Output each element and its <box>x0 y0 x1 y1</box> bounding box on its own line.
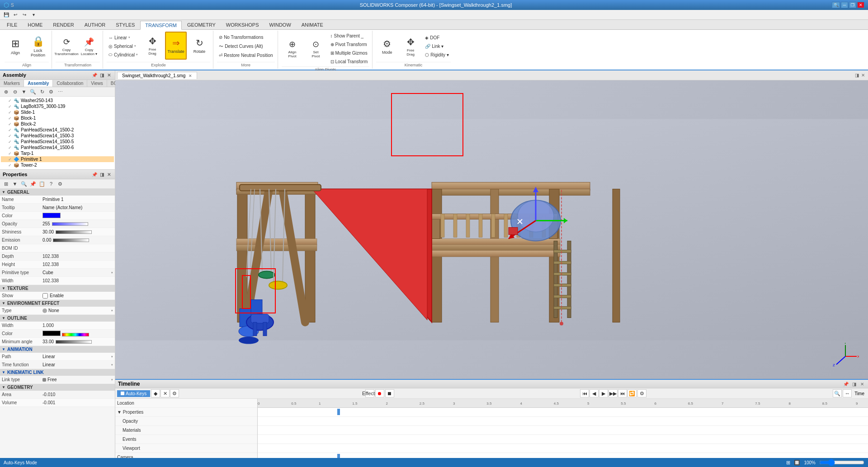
geometry-section-header[interactable]: ▼ GEOMETRY <box>0 384 115 391</box>
restore-neutral-btn[interactable]: ⏎ Restore Neutral Position <box>217 51 274 60</box>
tab-home[interactable]: HOME <box>23 20 47 29</box>
timeline-settings-btn[interactable]: ⚙ <box>637 389 646 397</box>
zoom-slider[interactable] <box>819 461 864 464</box>
auto-keys-button[interactable]: Auto-Keys <box>117 390 150 397</box>
undo-quick-btn[interactable]: ↩ <box>11 11 20 19</box>
tree-item-lagbolt[interactable]: ✓ 🔩 LagBolt375_3000-139 <box>1 103 114 109</box>
zoom-timeline-btn[interactable]: 🔍 <box>833 389 842 397</box>
tab-collaboration[interactable]: Collaboration <box>53 80 87 87</box>
local-transform-btn[interactable]: ⊡ Local Transform <box>329 57 370 65</box>
viewport-tab[interactable]: Swingset_Walkthrough2_1.smg ✕ <box>117 72 197 79</box>
props-float-btn[interactable]: ◨ <box>99 171 105 177</box>
tab-workshops[interactable]: WORKSHOPS <box>221 20 264 29</box>
tree-item-block1[interactable]: ✓ 📦 Block-1 <box>1 115 114 121</box>
tab-geometry[interactable]: GEOMETRY <box>182 20 221 29</box>
redo-quick-btn[interactable]: ↪ <box>20 11 29 19</box>
tab-window[interactable]: WINDOW <box>264 20 296 29</box>
timeline-options-btn[interactable]: ⚙ <box>170 389 179 397</box>
copy-transformation-button[interactable]: ⟳ CopyTransformation <box>56 33 77 61</box>
detect-curves-btn[interactable]: 〜 Detect Curves (Alt) <box>217 42 264 51</box>
tree-item-panhead3[interactable]: ✓ 🔩 PanHeadScrew14_1500-3 <box>1 133 114 139</box>
tree-item-washer[interactable]: ✓ 🔩 Washer250-143 <box>1 98 114 103</box>
kinematic-link-section-header[interactable]: ▼ KINEMATIC LINK <box>0 369 115 376</box>
status-icon-grid[interactable]: ⊞ <box>786 460 790 466</box>
tab-author[interactable]: AUTHOR <box>80 20 110 29</box>
time-func-arrow[interactable]: ▾ <box>111 363 113 367</box>
delete-keyframe-btn[interactable]: ✕ <box>160 389 170 397</box>
rigidity-btn[interactable]: ⬡ Rigidity ▾ <box>423 51 451 59</box>
tree-item-panhead5[interactable]: ✓ 🔩 PanHeadScrew14_1500-5 <box>1 139 114 145</box>
timeline-scroll-btn[interactable]: ↔ <box>843 389 852 397</box>
multiple-gizmos-btn[interactable]: ⊞ Multiple Gizmos <box>329 49 370 57</box>
fast-forward-btn[interactable]: ⏭ <box>618 389 627 397</box>
spherical-btn[interactable]: ◎ Spherical ▾ <box>107 42 140 50</box>
tab-styles[interactable]: STYLES <box>111 20 140 29</box>
lock-position-button[interactable]: 🔒 Lock Position <box>27 33 49 61</box>
set-pivot-button[interactable]: ⊙ SetPivot <box>305 35 327 63</box>
dof-btn[interactable]: ◈ DOF <box>423 34 451 42</box>
tab-render[interactable]: RENDER <box>48 20 79 29</box>
tree-item-tower2[interactable]: ✓ 📦 Tower-2 <box>1 162 114 168</box>
props-copy-btn[interactable]: 📋 <box>38 180 46 187</box>
refresh-btn[interactable]: ↻ <box>38 88 46 95</box>
path-arrow[interactable]: ▾ <box>111 355 113 359</box>
tree-item-panhead6[interactable]: ✓ 🔩 PanHeadScrew14_1500-6 <box>1 145 114 150</box>
show-checkbox[interactable] <box>42 293 48 299</box>
prev-frame-btn[interactable]: ◀ <box>590 389 599 397</box>
viewport-close-btn[interactable]: ✕ <box>189 74 192 78</box>
close-btn[interactable]: ✕ <box>857 2 864 8</box>
rewind-btn[interactable]: ⏮ <box>580 389 589 397</box>
free-drag-k-button[interactable]: ✥ FreeDrag <box>400 33 421 61</box>
tab-markers[interactable]: Markers <box>0 80 24 87</box>
tree-item-panhead2[interactable]: ✓ 🔩 PanHeadScrew14_1500-2 <box>1 127 114 133</box>
copy-location-button[interactable]: 📌 CopyLocation ▾ <box>78 33 100 61</box>
props-filter-btn[interactable]: ▼ <box>11 180 19 187</box>
show-parent-axis-btn[interactable]: ↕ Show Parent _ <box>329 32 370 40</box>
timeline-close-btn[interactable]: ✕ <box>859 381 865 387</box>
animation-section-header[interactable]: ▼ ANIMATION <box>0 346 115 353</box>
cylindrical-btn[interactable]: ⬭ Cylindrical ▾ <box>107 51 140 59</box>
expand-all-btn[interactable]: ⊕ <box>2 88 10 95</box>
assembly-pin-btn[interactable]: 📌 <box>91 72 98 78</box>
restore-btn[interactable]: ❐ <box>849 2 856 8</box>
3d-viewport[interactable]: X Y Z <box>115 80 868 379</box>
keyframe-vp-1[interactable] <box>337 454 340 458</box>
status-icon-view[interactable]: 🔲 <box>794 460 800 466</box>
timeline-pin-btn[interactable]: 📌 <box>843 381 849 387</box>
tab-assembly[interactable]: Assembly <box>24 80 53 87</box>
props-settings2-btn[interactable]: ⚙ <box>56 180 64 187</box>
enveffect-section-header[interactable]: ▼ ENVIRONMENT EFFECT <box>0 300 115 307</box>
next-frame-btn[interactable]: ▶▶ <box>609 389 618 397</box>
outline-color-bar[interactable] <box>62 333 89 336</box>
props-sort-btn[interactable]: ⊞ <box>2 180 10 187</box>
linear-btn[interactable]: ↔ Linear ▾ <box>107 33 140 42</box>
texture-section-header[interactable]: ▼ TEXTURE <box>0 285 115 292</box>
assembly-float-btn[interactable]: ◨ <box>99 72 105 78</box>
props-pin2-btn[interactable]: 📌 <box>29 180 37 187</box>
keyframe-loc-1[interactable] <box>337 409 340 415</box>
no-transformations-btn[interactable]: ⊘ No Transformations <box>217 33 265 42</box>
min-angle-bar[interactable] <box>56 340 92 344</box>
add-keyframe-btn[interactable]: ◆ <box>151 389 160 397</box>
loop-btn[interactable]: 🔁 <box>627 389 637 397</box>
emission-bar[interactable] <box>53 238 89 242</box>
outline-color-swatch[interactable] <box>42 331 61 336</box>
assembly-tree[interactable]: ✓ 🔩 Washer250-143 ✓ 🔩 LagBolt375_3000-13… <box>0 97 115 169</box>
type-arrow[interactable]: ▾ <box>111 309 113 313</box>
color-swatch[interactable] <box>42 213 61 218</box>
props-close-btn[interactable]: ✕ <box>106 171 112 177</box>
customize-quick-btn[interactable]: ▾ <box>29 11 38 19</box>
collapse-all-btn[interactable]: ⊖ <box>11 88 19 95</box>
tab-views[interactable]: Views <box>87 80 107 87</box>
effects-label-btn[interactable]: Effects <box>365 389 374 397</box>
more-btn[interactable]: ⋯ <box>56 88 64 95</box>
tab-file[interactable]: FILE <box>2 20 22 29</box>
viewport-close2-btn[interactable]: ✕ <box>860 72 866 79</box>
timeline-float-btn[interactable]: ◨ <box>851 381 857 387</box>
minimize-btn[interactable]: ─ <box>841 2 848 8</box>
opacity-bar[interactable] <box>52 222 88 226</box>
record-btn[interactable]: ⏺ <box>375 389 384 397</box>
link-type-arrow[interactable]: ▾ <box>111 378 113 382</box>
tree-item-tarp[interactable]: ✓ 📦 Tarp-1 <box>1 150 114 156</box>
outline-section-header[interactable]: ▼ OUTLINE <box>0 315 115 322</box>
